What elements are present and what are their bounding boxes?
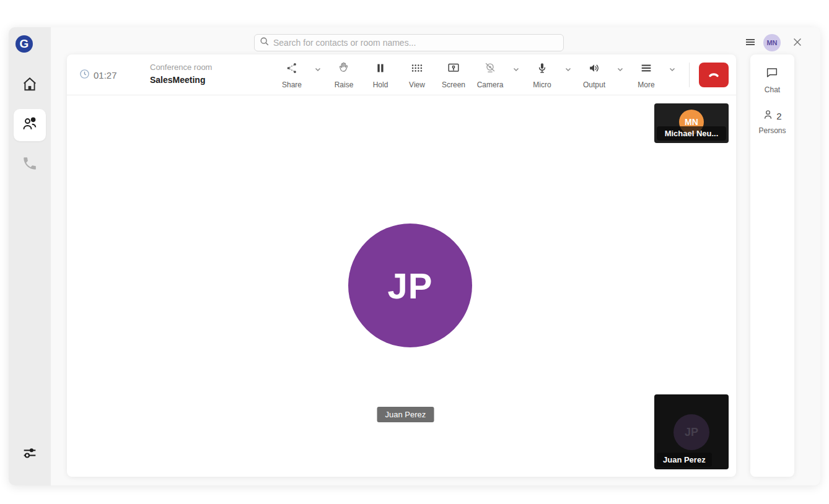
camera-button[interactable]: Camera [475,61,506,89]
toolbar-divider [689,63,690,87]
raise-label: Raise [335,80,354,89]
chevron-down-icon [314,65,322,76]
chat-button[interactable]: Chat [765,66,780,94]
home-icon [21,76,38,95]
hold-button[interactable]: Hold [365,61,396,89]
participant-name-label: Michael Neu... [657,126,726,141]
more-dropdown[interactable] [667,66,677,76]
sidebar-item-calls[interactable] [14,149,46,181]
grid-view-icon [410,61,424,77]
hangup-phone-icon [706,67,721,84]
raise-hand-button[interactable]: Raise [328,61,359,89]
pause-icon [374,61,387,77]
screen-share-button[interactable]: Screen [438,61,469,89]
app-window: G [9,27,820,485]
persons-button[interactable]: 2 Persons [758,109,786,135]
app-logo-icon[interactable]: G [15,35,33,53]
persons-count: 2 [776,111,781,121]
search-bar [254,34,564,51]
room-name: SalesMeeting [150,74,212,86]
share-button[interactable]: Share [276,61,307,89]
chevron-down-icon [564,65,572,76]
hold-label: Hold [373,80,388,89]
camera-dropdown[interactable] [511,66,521,76]
left-sidebar: G [9,27,51,485]
chevron-down-icon [616,65,625,76]
raise-hand-icon [337,61,351,77]
person-icon [763,109,774,123]
share-label: Share [282,80,302,89]
speaker-icon [587,61,601,77]
screen-label: Screen [442,80,465,89]
room-type-label: Conference room [150,62,212,74]
sidebar-item-home[interactable] [14,69,46,102]
chevron-down-icon [668,65,677,76]
hamburger-icon [744,36,757,51]
microphone-icon [535,61,549,77]
share-dropdown[interactable] [313,66,323,76]
self-view-name-label: Juan Perez [657,453,712,467]
view-button[interactable]: View [401,61,432,89]
screen-share-icon [447,61,460,77]
self-view-avatar: JP [673,414,709,450]
chat-label: Chat [765,85,780,94]
more-lines-icon [639,61,653,77]
meeting-side-panel: Chat 2 Persons [750,54,794,477]
active-speaker-name-tag: Juan Perez [377,407,434,422]
output-button[interactable]: Output [579,61,610,89]
self-view-thumbnail[interactable]: JP Juan Perez [654,394,729,469]
contacts-icon [21,115,38,135]
participant-thumbnail[interactable]: MN Michael Neu... [654,103,729,143]
conference-toolbar: 01:27 Conference room SalesMeeting Share [67,54,736,95]
active-speaker-avatar: JP [348,224,472,347]
sidebar-item-settings[interactable] [14,438,46,471]
share-icon [285,61,299,77]
hangup-button[interactable] [699,63,729,87]
search-icon [260,37,270,49]
call-timer-value: 01:27 [94,70,117,80]
call-timer: 01:27 [79,54,117,95]
search-input[interactable] [273,38,558,48]
close-window-button[interactable] [790,36,805,51]
main-menu-button[interactable] [743,36,758,51]
micro-label: Micro [533,80,551,89]
clock-icon [79,69,90,81]
conference-panel: 01:27 Conference room SalesMeeting Share [67,54,736,477]
more-label: More [638,80,654,89]
microphone-button[interactable]: Micro [527,61,558,89]
camera-label: Camera [477,80,504,89]
output-label: Output [583,80,605,89]
view-label: View [409,80,425,89]
svg-text:G: G [20,37,29,50]
sidebar-item-contacts[interactable] [14,109,46,141]
toolbar-buttons: Share Raise Hold [276,54,729,95]
chat-bubble-icon [765,66,779,82]
chevron-down-icon [512,65,520,76]
room-info: Conference room SalesMeeting [150,62,212,86]
sliders-icon [21,445,38,464]
persons-label: Persons [758,126,786,135]
user-avatar[interactable]: MN [763,34,781,51]
camera-off-icon [483,61,497,77]
more-button[interactable]: More [631,61,662,89]
close-icon [792,37,803,50]
output-dropdown[interactable] [615,66,625,76]
phone-icon [22,155,38,174]
video-stage: JP Juan Perez MN Michael Neu... JP Juan … [67,95,736,477]
micro-dropdown[interactable] [563,66,573,76]
